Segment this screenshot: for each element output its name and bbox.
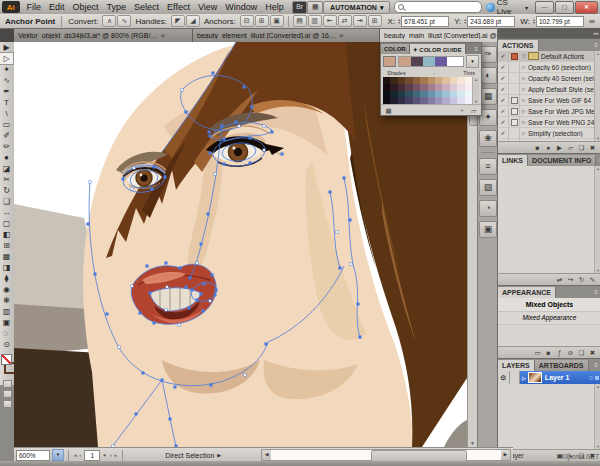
toggle-dialog-box[interactable] [509, 128, 520, 138]
panel-menu-icon[interactable]: ≡ [591, 289, 600, 295]
selection-tool[interactable]: ▶ [0, 42, 13, 53]
expander-icon[interactable]: ▷ [520, 108, 528, 114]
line-segment-tool[interactable]: \ [0, 108, 13, 119]
add-fill-icon[interactable]: ■ [544, 348, 553, 357]
collapse-dock-icon[interactable]: ◂◂ [593, 30, 598, 36]
menu-select[interactable]: Select [130, 2, 163, 12]
action-item[interactable]: ✓▷Apply Default Style (sel… [498, 84, 600, 95]
menu-edit[interactable]: Edit [45, 2, 69, 12]
type-tool[interactable]: T [0, 97, 13, 108]
action-item[interactable]: ✓▷Save For Web GIF 64 … [498, 95, 600, 106]
appearance-object-row[interactable]: Mixed Objects [498, 298, 600, 312]
color-swatch[interactable] [428, 97, 435, 104]
menu-type[interactable]: Type [103, 2, 131, 12]
mesh-tool[interactable]: ▦ [0, 251, 13, 262]
gradient-tool[interactable]: ◨ [0, 262, 13, 273]
app-logo[interactable]: Ai [2, 1, 20, 13]
graphic-styles-icon[interactable]: ▣ [479, 221, 497, 238]
layer-name[interactable]: Layer 1 [545, 374, 570, 381]
prev-artboard-icon[interactable]: ‹ [78, 452, 82, 458]
remove-anchor-icon[interactable]: ⊟ [240, 15, 254, 27]
color-swatch[interactable] [398, 97, 405, 104]
rotate-tool[interactable]: ↻ [0, 185, 13, 196]
color-swatch[interactable] [465, 84, 472, 91]
fill-color-chip[interactable] [1, 354, 12, 365]
toggle-item-check[interactable]: ✓ [498, 73, 509, 83]
document-tab[interactable]: Vektor_objekt_ds34jkl3.ai* @ 800% (RGB/…… [14, 29, 193, 42]
menu-effect[interactable]: Effect [163, 2, 194, 12]
artboard-number-input[interactable]: 1 [84, 450, 100, 461]
w-field-stepper[interactable]: ▴▾ [533, 18, 535, 25]
search-input[interactable] [394, 1, 482, 13]
panel-menu-icon[interactable]: ≡ [471, 46, 481, 52]
paintbrush-tool[interactable]: ✐ [0, 130, 13, 141]
color-swatch[interactable] [413, 97, 420, 104]
color-swatch[interactable] [428, 77, 435, 84]
variant-swatch[interactable] [399, 57, 411, 66]
menu-help[interactable]: Help [261, 2, 288, 12]
color-swatch[interactable] [413, 84, 420, 91]
width-tool[interactable]: ↔ [0, 207, 13, 218]
scroll-down-icon[interactable]: ▼ [474, 99, 478, 104]
color-swatch[interactable] [420, 97, 427, 104]
eraser-tool[interactable]: ◪ [0, 163, 13, 174]
delete-icon[interactable]: ✖ [588, 143, 597, 152]
transparency-icon[interactable]: ◔ [479, 200, 497, 217]
tab-close-icon[interactable]: × [339, 31, 344, 40]
x-field-stepper[interactable]: ▴▾ [398, 18, 400, 25]
toggle-dialog-box[interactable] [509, 106, 520, 116]
color-swatch[interactable] [390, 84, 397, 91]
expander-icon[interactable]: ▷ [520, 64, 528, 70]
panel-menu-icon[interactable]: ≡ [591, 362, 600, 368]
clear-appearance-icon[interactable]: ⊘ [566, 348, 575, 357]
distribute-icon-3[interactable]: ⇥ [353, 15, 367, 27]
expander-icon[interactable]: ▷ [520, 75, 528, 81]
action-item[interactable]: ✓▷Simplify (selection) [498, 128, 600, 139]
color-swatch[interactable] [457, 97, 464, 104]
y-field-value[interactable]: 243.689 pt [467, 16, 515, 27]
swatch-scrollbar[interactable]: ▲ ▼ [472, 77, 479, 104]
status-readout[interactable]: Direct Selection ▶ [127, 452, 259, 459]
actions-scrollbar[interactable]: ▲ ▼ [594, 51, 600, 141]
eyedropper-tool[interactable]: ⧫ [0, 273, 13, 284]
fill-stroke-chips[interactable] [0, 352, 14, 378]
hide-handles-icon[interactable]: ◢ [186, 15, 200, 27]
variant-swatch[interactable] [435, 57, 447, 66]
change-screen-mode-icon[interactable] [3, 400, 12, 408]
menu-object[interactable]: Object [69, 2, 103, 12]
toggle-dialog-box[interactable] [509, 84, 520, 94]
scissors-tool[interactable]: ✂ [0, 174, 13, 185]
color-swatch[interactable] [428, 84, 435, 91]
variation-swatch-grid[interactable]: ▲ ▼ [383, 77, 479, 104]
scroll-up-icon[interactable]: ▲ [474, 77, 478, 82]
lasso-tool[interactable]: ∿ [0, 75, 13, 86]
tab-appearance[interactable]: APPEARANCE [498, 287, 556, 298]
tab-document-info[interactable]: DOCUMENT INFO [528, 155, 596, 166]
layer-thumbnail[interactable] [528, 372, 542, 383]
action-item[interactable]: ✓▷Save For Web PNG 24 [498, 117, 600, 128]
color-swatch[interactable] [442, 97, 449, 104]
toggle-dialog-box[interactable] [509, 73, 520, 83]
tab-color[interactable]: COLOR [381, 44, 410, 54]
panel-menu-icon[interactable]: ≡ [596, 157, 600, 163]
column-graph-tool[interactable]: ▥ [0, 306, 13, 317]
symbol-sprayer-tool[interactable]: ❋ [0, 295, 13, 306]
new-action-icon[interactable]: ❏ [577, 143, 586, 152]
link-dimensions-icon[interactable]: ∞ [587, 17, 597, 26]
duplicate-item-icon[interactable]: ❏ [577, 348, 586, 357]
appearance-detail-row[interactable]: Mixed Appearance [498, 312, 600, 325]
scroll-right-icon[interactable]: ▶ [501, 450, 510, 460]
color-swatch[interactable] [457, 91, 464, 98]
scroll-down-icon[interactable]: ▼ [470, 440, 475, 446]
go-to-link-icon[interactable]: ↪ [566, 275, 575, 284]
pen-tool[interactable]: ✒ [0, 86, 13, 97]
scroll-left-icon[interactable]: ◀ [262, 450, 271, 460]
color-swatch[interactable] [435, 84, 442, 91]
color-swatch[interactable] [457, 77, 464, 84]
expander-icon[interactable]: ▷ [520, 97, 528, 103]
tab---color-guide[interactable]: ✦ COLOR GUIDE [410, 44, 466, 54]
harmony-variants-strip[interactable] [398, 56, 464, 67]
artboard-dropdown-icon[interactable]: ▾ [102, 452, 107, 458]
action-item[interactable]: ✓▽Default Actions [498, 51, 600, 62]
status-flyout-icon[interactable]: ▶ [217, 452, 221, 458]
